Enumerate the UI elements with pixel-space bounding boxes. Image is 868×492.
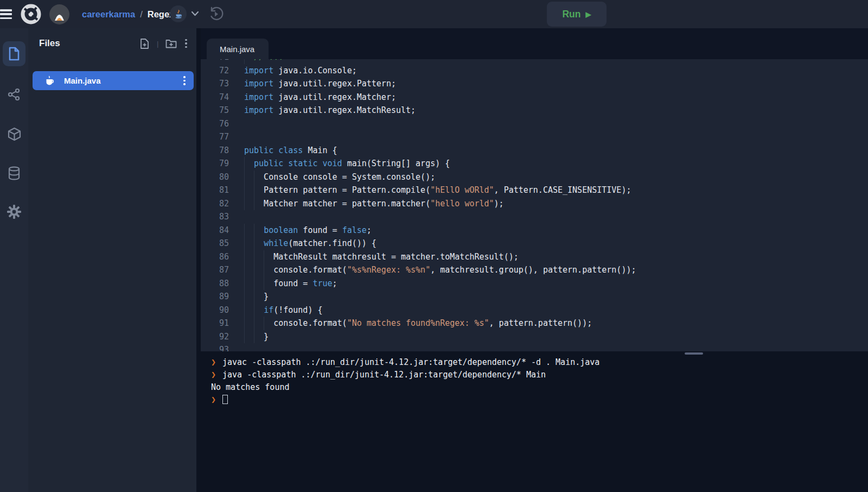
prompt-icon: ❯ (211, 369, 222, 381)
top-bar: careerkarma / Regex Run (0, 0, 868, 28)
add-file-button[interactable] (137, 36, 151, 51)
console-text: No matches found (211, 382, 290, 392)
line-number: 91 (201, 317, 229, 330)
code-text: public static void main(String[] args) { (244, 157, 450, 171)
chevron-down-icon[interactable] (191, 10, 199, 17)
line-number: 82 (201, 197, 229, 211)
run-button-label: Run (562, 9, 580, 20)
sidebar-item-packages[interactable] (3, 122, 25, 146)
file-row-main-java[interactable]: Main.java (33, 71, 194, 90)
code-line-81[interactable]: 81 Pattern pattern = Pattern.compile("hE… (201, 184, 868, 197)
code-line-73[interactable]: 73import java.util.regex.Pattern; (201, 77, 868, 91)
horizontal-scrollbar[interactable] (685, 352, 703, 355)
code-text: Pattern pattern = Pattern.compile("hEllO… (244, 184, 631, 197)
history-icon[interactable] (208, 7, 224, 22)
code-line-92[interactable]: 92 } (201, 330, 868, 344)
line-number: 72 (201, 64, 229, 78)
run-play-icon: ▶ (586, 10, 591, 18)
line-number: 74 (201, 91, 229, 104)
code-text: import java.util.regex.Pattern; (244, 77, 396, 91)
line-number: 73 (201, 77, 229, 91)
code-line-80[interactable]: 80 Console console = System.console(); (201, 171, 868, 184)
add-file-icon (139, 38, 150, 49)
sidebar-item-settings[interactable] (3, 200, 25, 224)
line-number: 77 (201, 130, 229, 144)
console-output[interactable]: ❯javac -classpath .:/run_dir/junit-4.12.… (201, 351, 868, 492)
terminal-cursor[interactable] (222, 395, 228, 404)
code-line-91[interactable]: 91 console.format("No matches found%nReg… (201, 317, 868, 330)
code-line-82[interactable]: 82 Matcher matcher = pattern.matcher("he… (201, 197, 868, 211)
add-folder-button[interactable] (164, 36, 178, 51)
code-line-89[interactable]: 89 } (201, 290, 868, 304)
line-number: 93 (201, 343, 229, 351)
code-line-75[interactable]: 75import java.util.regex.MatchResult; (201, 104, 868, 117)
panel-divider[interactable] (196, 28, 201, 492)
file-icon (8, 47, 20, 61)
line-number: 84 (201, 224, 229, 237)
tab-label: Main.java (220, 45, 254, 54)
database-icon (8, 166, 21, 180)
code-line-90[interactable]: 90 if(!found) { (201, 304, 868, 317)
code-line-77[interactable]: 77 (201, 130, 868, 144)
code-text: import java.util.regex.Matcher; (244, 91, 396, 104)
sidebar-item-version-control[interactable] (3, 83, 25, 106)
cube-icon (8, 127, 21, 141)
code-text: } (244, 330, 269, 344)
files-panel: Files | (28, 28, 196, 492)
line-number: 71 (201, 59, 229, 64)
file-row-label: Main.java (64, 76, 101, 85)
code-line-74[interactable]: 74import java.util.regex.Matcher; (201, 91, 868, 104)
line-number: 87 (201, 263, 229, 277)
code-line-88[interactable]: 88 found = true; (201, 277, 868, 291)
code-line-84[interactable]: 84 boolean found = false; (201, 224, 868, 237)
code-text: while(matcher.find()) { (244, 237, 376, 250)
java-language-icon[interactable] (170, 5, 187, 22)
share-icon (8, 88, 21, 101)
breadcrumb: careerkarma / Regex (82, 0, 174, 28)
console-line: No matches found (211, 381, 868, 394)
files-panel-menu-icon[interactable] (183, 37, 189, 50)
add-folder-icon (165, 39, 177, 48)
code-line-83[interactable]: 83 (201, 210, 868, 224)
tab-main-java[interactable]: Main.java (207, 39, 269, 59)
line-number: 76 (201, 117, 229, 131)
line-number: 90 (201, 304, 229, 317)
code-text: // ... (244, 59, 283, 64)
code-text: public class Main { (244, 144, 337, 157)
code-line-85[interactable]: 85 while(matcher.find()) { (201, 237, 868, 250)
line-number: 79 (201, 157, 229, 171)
code-line-78[interactable]: 78public class Main { (201, 144, 868, 157)
code-line-79[interactable]: 79 public static void main(String[] args… (201, 157, 868, 171)
sidebar-item-database[interactable] (3, 161, 25, 185)
code-text: if(!found) { (244, 304, 323, 317)
code-text: console.format("%s%nRegex: %s%n", matchr… (244, 263, 636, 277)
code-editor[interactable]: 71 // ...72import java.io.Console;73impo… (201, 59, 868, 351)
prompt-icon: ❯ (211, 394, 222, 406)
console-line: ❯java -classpath .:/run_dir/junit-4.12.j… (211, 369, 868, 381)
file-row-menu-icon[interactable] (182, 74, 187, 87)
line-number: 89 (201, 290, 229, 304)
files-panel-title: Files (39, 38, 60, 49)
code-line-72[interactable]: 72import java.io.Console; (201, 64, 868, 78)
code-text: } (244, 290, 269, 304)
tool-rail (0, 28, 28, 492)
code-line-93[interactable]: 93 (201, 343, 868, 351)
replit-logo-icon[interactable] (20, 3, 42, 25)
line-number: 88 (201, 277, 229, 291)
code-line-87[interactable]: 87 console.format("%s%nRegex: %s%n", mat… (201, 263, 868, 277)
prompt-icon: ❯ (211, 356, 222, 369)
run-button[interactable]: Run ▶ (547, 2, 607, 27)
code-text: found = true; (244, 277, 337, 291)
code-line-76[interactable]: 76 (201, 117, 868, 131)
code-line-71[interactable]: 71 // ... (201, 59, 868, 64)
console-text: java -classpath .:/run_dir/junit-4.12.ja… (222, 370, 546, 380)
console-text: javac -classpath .:/run_dir/junit-4.12.j… (222, 357, 599, 367)
code-line-86[interactable]: 86 MatchResult matchresult = matcher.toM… (201, 250, 868, 264)
line-number: 81 (201, 184, 229, 197)
breadcrumb-owner[interactable]: careerkarma (82, 9, 135, 20)
sidebar-item-files[interactable] (3, 41, 25, 66)
line-number: 85 (201, 237, 229, 250)
line-number: 86 (201, 250, 229, 264)
hamburger-menu-icon[interactable] (0, 8, 12, 20)
user-avatar[interactable] (49, 4, 69, 24)
